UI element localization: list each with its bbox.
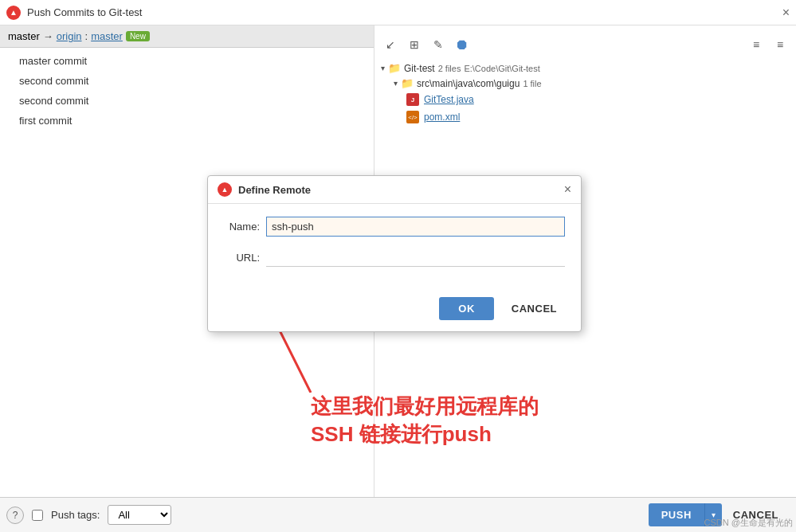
title-bar-left: ▲ Push Commits to Git-test [6,6,142,20]
window-title: Push Commits to Git-test [27,6,142,18]
repo-path: E:\Code\Git\Git-test [464,64,539,73]
dialog-close-button[interactable]: × [564,182,571,197]
dialog-title-bar: ▲ Define Remote × [208,176,581,204]
chevron-down-icon: ▾ [394,79,398,88]
dialog-body: Name: URL: [208,204,581,291]
java-filename[interactable]: GitTest.java [424,94,474,105]
folder-icon: 📁 [388,62,401,74]
branch-colon: : [85,30,88,42]
app-icon: ▲ [6,6,21,20]
branch-master: master [8,30,40,42]
push-tags-label: Push tags: [51,509,100,521]
push-tags-checkbox[interactable] [32,510,43,521]
toolbar-icon-push[interactable]: ↙ [381,35,400,54]
xml-file-icon: </> [406,111,419,123]
file-row-xml[interactable]: </> pom.xml [406,108,790,126]
repo-name: Git-test [404,63,435,74]
tree-files: J GitTest.java </> pom.xml [381,91,790,126]
dialog-title: Define Remote [238,184,311,196]
branch-origin[interactable]: origin [57,30,82,42]
toolbar: ↙ ⊞ ✎ ⏺ ≡ ≡ [381,32,790,61]
dialog-buttons: OK CANCEL [208,291,581,331]
name-label: Name: [224,221,260,233]
watermark: CSDN @生命是有光的 [704,517,793,529]
file-row-java[interactable]: J GitTest.java [406,91,790,108]
file-count: 2 files [438,64,461,73]
tree-subfolder-row: ▾ 📁 src\main\java\com\guigu 1 file [381,76,790,91]
toolbar-left: ↙ ⊞ ✎ ⏺ [381,35,472,54]
subfile-count: 1 file [523,79,541,88]
commit-item[interactable]: master commit [0,51,374,71]
ok-button[interactable]: OK [439,297,494,320]
url-row: URL: [224,248,565,267]
toolbar-icon-sort2[interactable]: ≡ [771,35,790,54]
url-input[interactable] [266,248,565,267]
toolbar-icon-grid[interactable]: ⊞ [405,35,424,54]
chevron-down-icon: ▾ [381,64,385,72]
branch-header: master → origin : master New [0,25,374,48]
dialog-app-icon: ▲ [218,182,232,197]
close-button[interactable]: × [782,6,790,19]
url-label: URL: [224,252,260,264]
commit-item[interactable]: second commit [0,71,374,91]
dialog-title-left: ▲ Define Remote [218,182,311,197]
push-button[interactable]: PUSH [649,503,704,526]
java-file-icon: J [406,93,419,106]
branch-arrow: → [43,30,53,42]
commit-list: master commit second commit second commi… [0,48,374,134]
commit-item[interactable]: second commit [0,91,374,111]
branch-new-badge: New [126,31,150,41]
toolbar-right: ≡ ≡ [747,35,790,54]
help-button[interactable]: ? [6,507,24,524]
tree-repo-row: ▾ 📁 Git-test 2 files E:\Code\Git\Git-tes… [381,61,790,76]
commit-item[interactable]: first commit [0,111,374,131]
subfolder-icon: 📁 [401,77,414,89]
xml-filename[interactable]: pom.xml [424,111,460,123]
title-bar: ▲ Push Commits to Git-test × [0,0,796,25]
bottom-bar: ? Push tags: All PUSH ▾ CANCEL [0,497,796,532]
name-input[interactable] [266,217,565,237]
subfolder-name: src\main\java\com\guigu [417,78,520,89]
branch-remote-name[interactable]: master [91,30,123,42]
toolbar-icon-sort1[interactable]: ≡ [747,35,766,54]
toolbar-icon-loading[interactable]: ⏺ [453,35,472,54]
toolbar-icon-edit[interactable]: ✎ [429,35,448,54]
cancel-button[interactable]: CANCEL [500,297,568,320]
file-tree: ▾ 📁 Git-test 2 files E:\Code\Git\Git-tes… [381,61,790,126]
push-tags-dropdown[interactable]: All [108,505,171,525]
name-row: Name: [224,217,565,237]
define-remote-dialog: ▲ Define Remote × Name: URL: OK CANCEL [207,175,582,332]
